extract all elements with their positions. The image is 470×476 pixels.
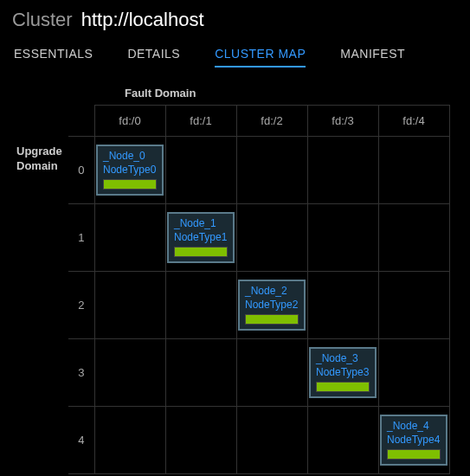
node-health-bar bbox=[245, 314, 299, 325]
node-name: _Node_0 bbox=[101, 150, 158, 164]
tab-manifest[interactable]: MANIFEST bbox=[340, 47, 405, 68]
fd-header-0: fd:/0 bbox=[94, 106, 165, 137]
cell-4-2 bbox=[236, 407, 307, 474]
node-type: NodeType4 bbox=[385, 434, 442, 447]
cell-2-0 bbox=[94, 272, 165, 339]
node-card[interactable]: _Node_4 NodeType4 bbox=[380, 415, 447, 466]
tab-cluster-map[interactable]: CLUSTER MAP bbox=[215, 47, 306, 68]
grid-corner bbox=[68, 106, 94, 137]
cell-1-4 bbox=[378, 204, 449, 272]
node-health-bar bbox=[174, 247, 228, 257]
cell-3-3: _Node_3 NodeType3 bbox=[307, 339, 378, 407]
tab-bar: ESSENTIALS DETAILS CLUSTER MAP MANIFEST bbox=[12, 47, 458, 68]
cell-4-1 bbox=[165, 407, 236, 474]
ud-header-4: 4 bbox=[68, 407, 94, 474]
cluster-map-grid: fd:/0 fd:/1 fd:/2 fd:/3 fd:/4 0 _Node_0 … bbox=[68, 105, 450, 474]
fd-header-4: fd:/4 bbox=[378, 106, 449, 137]
cell-4-0 bbox=[94, 407, 165, 474]
node-health-bar bbox=[387, 449, 441, 460]
cell-2-4 bbox=[378, 272, 449, 339]
cell-1-0 bbox=[94, 204, 165, 272]
node-type: NodeType2 bbox=[243, 299, 300, 312]
ud-header-3: 3 bbox=[68, 339, 94, 407]
cell-0-1 bbox=[165, 137, 236, 204]
ud-header-0: 0 bbox=[68, 137, 94, 204]
fd-header-2: fd:/2 bbox=[236, 106, 307, 137]
node-health-bar bbox=[316, 382, 370, 392]
cell-0-2 bbox=[236, 137, 307, 204]
node-name: _Node_4 bbox=[385, 420, 442, 434]
tab-details[interactable]: DETAILS bbox=[127, 47, 180, 68]
node-type: NodeType0 bbox=[101, 164, 158, 177]
cell-0-3 bbox=[307, 137, 378, 204]
tab-essentials[interactable]: ESSENTIALS bbox=[14, 47, 93, 68]
cell-1-3 bbox=[307, 204, 378, 272]
cell-3-4 bbox=[378, 339, 449, 407]
cluster-url: http://localhost bbox=[81, 9, 204, 31]
fd-header-3: fd:/3 bbox=[307, 106, 378, 137]
cell-3-0 bbox=[94, 339, 165, 407]
node-health-bar bbox=[103, 179, 157, 190]
node-type: NodeType3 bbox=[314, 366, 371, 380]
ud-header-2: 2 bbox=[68, 272, 94, 339]
node-card[interactable]: _Node_1 NodeType1 bbox=[167, 212, 235, 263]
fault-domain-label: Fault Domain bbox=[125, 87, 458, 100]
cell-2-1 bbox=[165, 272, 236, 339]
node-name: _Node_1 bbox=[172, 217, 229, 231]
node-card[interactable]: _Node_0 NodeType0 bbox=[96, 145, 164, 196]
cell-2-3 bbox=[307, 272, 378, 339]
ud-header-1: 1 bbox=[68, 204, 94, 272]
cell-1-2 bbox=[236, 204, 307, 272]
upgrade-domain-label: Upgrade Domain bbox=[16, 145, 68, 174]
node-card[interactable]: _Node_2 NodeType2 bbox=[238, 280, 306, 331]
cell-4-4: _Node_4 NodeType4 bbox=[378, 407, 449, 474]
cell-1-1: _Node_1 NodeType1 bbox=[165, 204, 236, 272]
cell-0-4 bbox=[378, 137, 449, 204]
cell-0-0: _Node_0 NodeType0 bbox=[94, 137, 165, 204]
node-type: NodeType1 bbox=[172, 231, 229, 245]
node-name: _Node_2 bbox=[243, 285, 300, 299]
page-header: Cluster http://localhost bbox=[12, 9, 458, 31]
fd-header-1: fd:/1 bbox=[165, 106, 236, 137]
cell-3-1 bbox=[165, 339, 236, 407]
cell-3-2 bbox=[236, 339, 307, 407]
node-name: _Node_3 bbox=[314, 352, 371, 366]
cell-2-2: _Node_2 NodeType2 bbox=[236, 272, 307, 339]
node-card[interactable]: _Node_3 NodeType3 bbox=[309, 347, 377, 398]
cell-4-3 bbox=[307, 407, 378, 474]
cluster-label: Cluster bbox=[12, 9, 73, 31]
